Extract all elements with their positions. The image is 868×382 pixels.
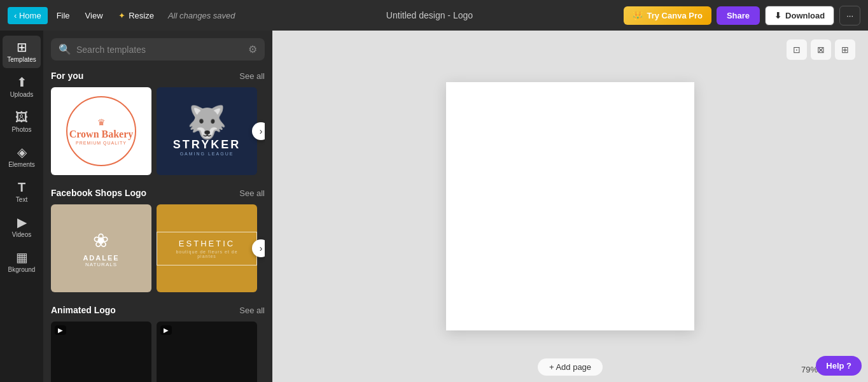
for-you-title: For you (51, 71, 83, 81)
play-badge-2: ▶ (160, 325, 172, 335)
photos-label: Photos (11, 126, 31, 133)
videos-icon: ▶ (17, 216, 27, 229)
animated-template-card-1[interactable]: ▶ (51, 322, 151, 382)
sidebar-item-background[interactable]: ▦ Bkground (3, 246, 41, 278)
facebook-shops-grid: ❀ ADALEE NATURALS ESTHETIC boutique de f… (51, 204, 265, 292)
sidebar-item-photos[interactable]: 🖼 Photos (3, 106, 41, 138)
stryker-template-card[interactable]: 🐺 STRYKER GAMING LEAGUE (157, 87, 257, 175)
crown-icon: ♛ (97, 117, 106, 127)
resize-label: Resize (129, 11, 154, 20)
adalee-inner: ❀ ADALEE NATURALS (83, 229, 119, 267)
help-button[interactable]: Help ? (816, 356, 862, 376)
animated-template-card-2[interactable]: ▶ (157, 322, 257, 382)
for-you-section-header: For you See all (51, 71, 265, 81)
for-you-carousel-next[interactable]: › (252, 122, 265, 140)
templates-panel: 🔍 ⚙ For you See all ♛ Crown Bakery PREMI… (43, 31, 272, 382)
animated-logo-see-all[interactable]: See all (239, 306, 265, 315)
download-icon: ⬇ (774, 11, 781, 20)
esthetic-inner: ESTHETIC boutique de fleurs et de plante… (157, 232, 257, 265)
main-layout: ⊞ Templates ⬆ Uploads 🖼 Photos ◈ Element… (0, 31, 868, 382)
crown-bakery-inner: ♛ Crown Bakery PREMIUM QUALITY (63, 93, 139, 169)
animated-logo-title: Animated Logo (51, 305, 116, 315)
esthetic-name: ESTHETIC (166, 239, 248, 248)
document-title: Untitled design - Logo (237, 10, 621, 20)
adalee-subtitle: NATURALS (83, 262, 119, 267)
try-canva-pro-button[interactable]: 👑 Try Canva Pro (624, 6, 711, 25)
stryker-name: STRYKER (173, 138, 241, 152)
topbar: Home File View ✦ Resize All changes save… (0, 0, 868, 31)
filter-icon[interactable]: ⚙ (248, 43, 257, 55)
facebook-shops-see-all[interactable]: See all (239, 188, 265, 198)
adalee-naturals-template-card[interactable]: ❀ ADALEE NATURALS (51, 204, 151, 292)
resize-icon: ✦ (118, 11, 125, 20)
sidebar-item-videos[interactable]: ▶ Videos (3, 211, 41, 243)
topbar-right-actions: 👑 Try Canva Pro Share ⬇ Download ··· (624, 6, 860, 25)
canvas-tool-2[interactable]: ⊠ (811, 39, 831, 60)
elements-icon: ◈ (17, 146, 27, 159)
stryker-inner: 🐺 STRYKER GAMING LEAGUE (173, 106, 241, 156)
icon-sidebar: ⊞ Templates ⬆ Uploads 🖼 Photos ◈ Element… (0, 31, 43, 382)
animated-logo-section-header: Animated Logo See all (51, 305, 265, 315)
zoom-level: 79% (801, 365, 818, 374)
for-you-see-all[interactable]: See all (239, 71, 265, 81)
search-bar: 🔍 ⚙ (51, 38, 265, 60)
sidebar-item-templates[interactable]: ⊞ Templates (3, 36, 41, 68)
templates-icon: ⊞ (17, 41, 27, 53)
esthetic-box: ESTHETIC boutique de fleurs et de plante… (157, 232, 257, 265)
crown-bakery-name: Crown Bakery (69, 129, 134, 140)
canvas-page[interactable] (446, 82, 694, 330)
sidebar-item-elements[interactable]: ◈ Elements (3, 141, 41, 173)
canvas-toolbar: ⊡ ⊠ ⊞ (787, 39, 855, 60)
file-nav[interactable]: File (50, 7, 76, 24)
canvas-area: ⊡ ⊠ ⊞ + Add page 79% ⤢ Help ? (272, 31, 868, 382)
crown-bakery-template-card[interactable]: ♛ Crown Bakery PREMIUM QUALITY (51, 87, 151, 175)
flower-icon: ❀ (83, 229, 119, 251)
canvas-tool-1[interactable]: ⊡ (787, 39, 807, 60)
crown-bakery-tagline: PREMIUM QUALITY (76, 141, 127, 145)
add-page-button[interactable]: + Add page (538, 358, 603, 376)
home-nav[interactable]: Home (8, 7, 48, 24)
wolf-icon: 🐺 (173, 106, 241, 138)
uploads-label: Uploads (10, 91, 34, 98)
facebook-shops-title: Facebook Shops Logo (51, 188, 146, 198)
canva-pro-label: Try Canva Pro (647, 11, 702, 20)
changes-status: All changes saved (168, 11, 235, 20)
canvas-bottom-bar: + Add page (272, 351, 868, 382)
animated-logo-grid: ▶ ▶ (51, 322, 265, 382)
background-icon: ▦ (16, 251, 28, 264)
stryker-subtitle: GAMING LEAGUE (173, 152, 241, 156)
photos-icon: 🖼 (15, 111, 28, 124)
search-icon: 🔍 (59, 43, 71, 55)
download-button[interactable]: ⬇ Download (765, 6, 834, 25)
esthetic-template-card[interactable]: ESTHETIC boutique de fleurs et de plante… (157, 204, 257, 292)
crown-bakery-circle: ♛ Crown Bakery PREMIUM QUALITY (66, 96, 136, 166)
play-badge-1: ▶ (55, 325, 66, 335)
download-label: Download (785, 11, 825, 20)
text-label: Text (16, 196, 27, 203)
adalee-name: ADALEE (83, 254, 119, 262)
resize-nav[interactable]: ✦ Resize (112, 7, 160, 24)
view-nav[interactable]: View (79, 7, 109, 24)
text-icon: T (18, 181, 25, 194)
facebook-shops-carousel-next[interactable]: › (252, 239, 265, 257)
sidebar-item-text[interactable]: T Text (3, 176, 41, 208)
search-input[interactable] (76, 45, 243, 55)
facebook-shops-section-header: Facebook Shops Logo See all (51, 188, 265, 198)
uploads-icon: ⬆ (17, 76, 27, 88)
more-options-button[interactable]: ··· (839, 6, 860, 25)
crown-icon: 👑 (633, 11, 643, 20)
videos-label: Videos (12, 231, 31, 238)
share-button[interactable]: Share (717, 6, 760, 25)
esthetic-subtitle: boutique de fleurs et de plantes (166, 250, 248, 258)
background-label: Bkground (8, 266, 36, 273)
elements-label: Elements (8, 161, 35, 168)
canvas-tool-3[interactable]: ⊞ (835, 39, 855, 60)
for-you-grid: ♛ Crown Bakery PREMIUM QUALITY 🐺 STRYKER… (51, 87, 265, 175)
sidebar-item-uploads[interactable]: ⬆ Uploads (3, 71, 41, 103)
templates-label: Templates (7, 56, 36, 63)
